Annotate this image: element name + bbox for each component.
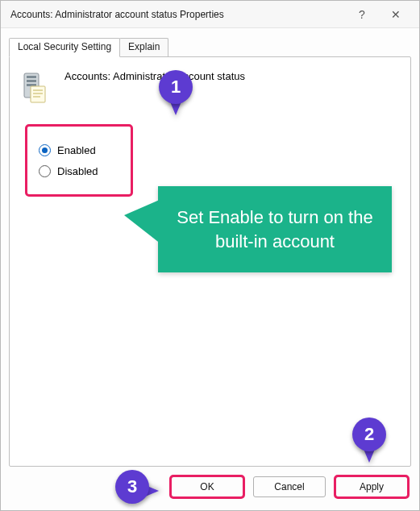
button-bar: OK Cancel Apply (1, 470, 419, 504)
button-label: Apply (360, 481, 384, 492)
properties-dialog: Accounts: Administrator account status P… (0, 0, 420, 511)
policy-icon (21, 69, 53, 106)
radio-dot-icon (39, 144, 51, 156)
status-radio-group: Enabled Disabled (27, 127, 131, 194)
tab-strip: Local Security Setting Explain (9, 38, 411, 57)
radio-label: Disabled (57, 165, 98, 177)
annotation-tip: Set Enable to turn on the built-in accou… (158, 186, 392, 272)
svg-rect-2 (27, 80, 36, 82)
tab-local-security-setting[interactable]: Local Security Setting (9, 38, 120, 57)
help-icon: ? (359, 8, 365, 21)
radio-dot-icon (39, 165, 51, 177)
close-icon: ✕ (391, 8, 401, 21)
title-bar: Accounts: Administrator account status P… (1, 1, 419, 28)
close-button[interactable]: ✕ (379, 3, 413, 26)
radio-disabled[interactable]: Disabled (39, 160, 119, 181)
radio-label: Enabled (57, 144, 96, 156)
ok-button[interactable]: OK (171, 476, 243, 497)
annotation-tip-text: Set Enable to turn on the built-in accou… (177, 207, 372, 251)
window-title: Accounts: Administrator account status P… (10, 9, 345, 20)
button-label: OK (200, 481, 214, 492)
apply-button[interactable]: Apply (335, 476, 408, 497)
policy-title: Accounts: Administrator account status (64, 69, 245, 82)
help-button[interactable]: ? (345, 3, 379, 26)
tab-label: Explain (128, 41, 160, 52)
tab-label: Local Security Setting (18, 41, 111, 52)
svg-rect-4 (31, 86, 45, 102)
cancel-button[interactable]: Cancel (253, 476, 326, 497)
policy-header: Accounts: Administrator account status (21, 69, 399, 106)
tab-explain[interactable]: Explain (119, 38, 168, 57)
svg-rect-1 (27, 76, 36, 78)
button-label: Cancel (274, 481, 304, 492)
radio-enabled[interactable]: Enabled (39, 139, 119, 160)
